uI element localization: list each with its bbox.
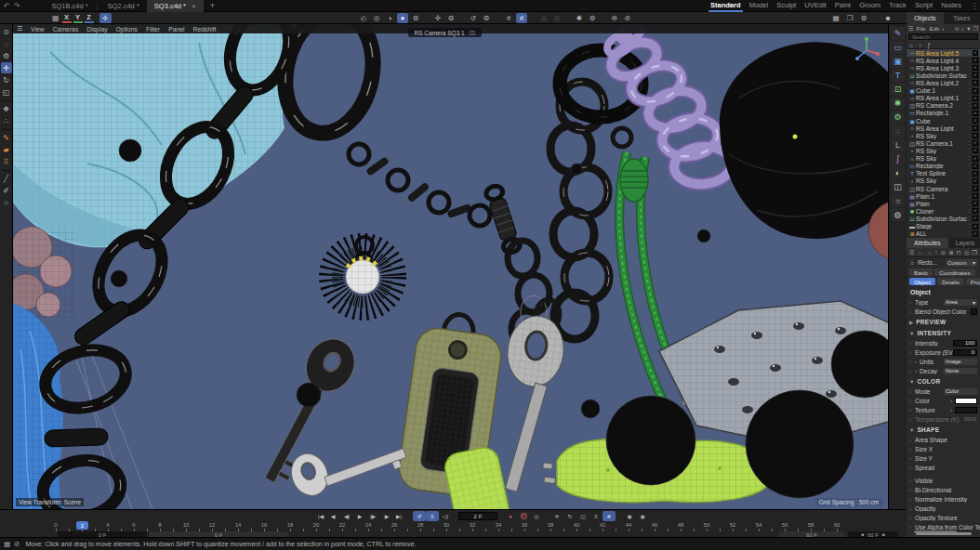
home-icon[interactable]: ⌂ xyxy=(909,42,913,48)
workspace-tab-nodes[interactable]: Nodes xyxy=(939,0,963,12)
visibility-dots[interactable]: ⁚ xyxy=(967,157,971,160)
enabled-checkbox[interactable]: ✓ xyxy=(973,186,978,191)
active-camera-label[interactable]: RS Camera SQ3 1 ◫ xyxy=(407,28,481,37)
visibility-dots[interactable]: ⁚ xyxy=(967,232,971,235)
object-list-item[interactable]: ▭Rectangle⁚✓ xyxy=(907,163,980,170)
next-key-button[interactable]: ·▶ xyxy=(379,511,392,521)
object-list-item[interactable]: ▣Cube⁚✓ xyxy=(907,117,980,124)
viewport-menu-panel[interactable]: Panel xyxy=(168,26,184,33)
disabled-a-icon[interactable]: ◎ xyxy=(538,13,550,23)
transform-tool-icon[interactable]: ❖ xyxy=(1,103,12,114)
enabled-checkbox[interactable]: ✓ xyxy=(973,193,978,199)
filter-icon[interactable]: ▼ xyxy=(966,26,972,32)
axis-z-button[interactable]: Z xyxy=(85,13,94,23)
checkbox[interactable] xyxy=(971,308,977,315)
visibility-dots[interactable]: ⁚ xyxy=(967,135,971,138)
object-list-item[interactable]: ☼RS Area Light.4⁚✓ xyxy=(907,57,980,64)
new-tab-button[interactable]: + xyxy=(204,1,221,10)
playhead[interactable]: 2 xyxy=(76,521,88,530)
visibility-dots[interactable]: ⁚ xyxy=(967,120,971,123)
spline-wrap-icon[interactable]: L xyxy=(891,138,905,151)
document-tab[interactable]: SQ2.c4d * xyxy=(100,0,147,12)
axis-lock-button[interactable]: ✣ xyxy=(99,13,112,23)
enabled-checkbox[interactable]: ✓ xyxy=(973,103,978,109)
cube-primitive-icon[interactable]: ▣ xyxy=(891,55,905,68)
enabled-checkbox[interactable]: ✓ xyxy=(973,156,978,162)
live-selection-icon[interactable]: ◌ xyxy=(1,38,12,49)
enabled-checkbox[interactable]: ✓ xyxy=(973,140,978,146)
history-icon[interactable]: ◴ xyxy=(358,13,369,23)
subdivision-surface-icon[interactable]: ⊡ xyxy=(891,83,905,96)
record-keyframe-button[interactable]: ● xyxy=(504,511,517,521)
polygon-mode-icon[interactable]: ▰ xyxy=(1,144,12,155)
visibility-dots[interactable]: ⁚ xyxy=(967,225,971,228)
search-input[interactable]: Search xyxy=(908,33,978,40)
spline-pen-icon[interactable]: ✎ xyxy=(1,132,12,143)
object-list-item[interactable]: ▣Cube.1⁚✓ xyxy=(907,87,980,95)
objects-menu-icon[interactable]: ☰ xyxy=(908,25,914,32)
value-dropdown[interactable]: Area▾ xyxy=(944,299,977,306)
visibility-dots[interactable]: ⁚ xyxy=(967,188,971,190)
play-button[interactable]: ▶ xyxy=(353,511,366,521)
search-icon[interactable]: ⊙ xyxy=(955,26,960,32)
simulate-icon[interactable]: ✣ xyxy=(432,13,444,23)
workspace-tab-script[interactable]: Script xyxy=(913,0,934,12)
enabled-checkbox[interactable]: ✓ xyxy=(973,125,978,131)
enabled-checkbox[interactable]: ✓ xyxy=(973,208,978,214)
workspace-tab-paint[interactable]: Paint xyxy=(833,0,853,12)
render-picture-viewer-icon[interactable]: ❐ xyxy=(844,13,855,23)
rectangle-spline-icon[interactable]: ▭ xyxy=(891,41,905,54)
enabled-checkbox[interactable]: ✓ xyxy=(973,80,978,85)
visibility-dots[interactable]: ⁚ xyxy=(967,150,971,152)
up-icon[interactable]: ↑ xyxy=(919,42,921,48)
key-view-button[interactable]: ≡ xyxy=(426,511,439,521)
filter-icon[interactable]: ≣ xyxy=(948,249,953,255)
value-field[interactable]: 100 xyxy=(953,340,977,347)
effects-settings-icon[interactable]: ⚙ xyxy=(587,13,598,23)
timeline-scrollbar[interactable] xyxy=(916,532,972,535)
object-list-item[interactable]: ▭Rectangle.1⁚✓ xyxy=(907,110,980,117)
loop-mode-button[interactable]: ↺ xyxy=(413,511,426,521)
visibility-dots[interactable]: ⁚ xyxy=(967,59,971,62)
goto-end-button[interactable]: ▶| xyxy=(392,511,405,521)
enabled-checkbox[interactable]: ✓ xyxy=(973,111,978,116)
viewport[interactable]: ☰ ViewCamerasDisplayOptionsFilterPanelRe… xyxy=(13,24,888,509)
value-field[interactable]: 0 xyxy=(953,349,977,356)
enabled-checkbox[interactable]: ✓ xyxy=(973,224,978,229)
forward-icon[interactable]: → xyxy=(926,249,932,255)
objects-menu-edit[interactable]: Edit xyxy=(930,25,940,32)
track-icon[interactable]: ◎ xyxy=(964,249,970,255)
knife-tool-icon[interactable]: ╱ xyxy=(1,173,12,184)
enabled-checkbox[interactable]: ✓ xyxy=(973,133,978,138)
workspace-tab-groom[interactable]: Groom xyxy=(857,0,882,12)
visibility-dots[interactable]: ⁚ xyxy=(967,89,971,92)
visibility-dots[interactable]: ⁚ xyxy=(967,104,971,107)
autokey-button[interactable]: A xyxy=(517,511,530,521)
simulate-settings-icon[interactable]: ⚙ xyxy=(445,13,457,23)
enabled-checkbox[interactable]: ✓ xyxy=(973,88,978,94)
visibility-dots[interactable]: ⁚ xyxy=(967,127,971,130)
object-list-item[interactable]: ♁RS Sky⁚✓ xyxy=(907,132,980,139)
color-swatch[interactable] xyxy=(955,398,977,404)
reset-icon[interactable]: ⊘ xyxy=(622,13,633,23)
undo-icon[interactable]: ↶ xyxy=(0,2,14,10)
lock-icon[interactable]: ⊓ xyxy=(957,249,961,255)
shading-sphere-icon[interactable]: ◑ xyxy=(384,13,395,23)
back-icon[interactable]: ← xyxy=(918,249,923,255)
workspace-tab-standard[interactable]: Standard xyxy=(709,0,743,12)
enabled-checkbox[interactable]: ✓ xyxy=(973,164,978,169)
search-icon[interactable]: ⊙ xyxy=(941,249,946,255)
enabled-checkbox[interactable]: ✓ xyxy=(973,231,978,237)
enabled-checkbox[interactable]: ✓ xyxy=(973,58,978,63)
object-list-item[interactable]: ☼RS Area Light.1⁚✓ xyxy=(907,95,980,102)
object-list-item[interactable]: ☼RS Area Light.3⁚✓ xyxy=(907,64,980,72)
value-dropdown[interactable]: Image xyxy=(944,359,977,365)
effects-icon[interactable]: ✺ xyxy=(574,13,585,23)
attr-chip-basic[interactable]: Basic xyxy=(909,268,933,276)
document-tab[interactable]: SQ3.c4d *× xyxy=(147,0,204,12)
record-parameter-button[interactable]: ≡ xyxy=(589,511,603,521)
attr-tab-attributes[interactable]: Attributes xyxy=(907,238,948,248)
record-position-button[interactable]: ✛ xyxy=(550,511,563,521)
attr-section-header[interactable]: ▼INTENSITY xyxy=(907,328,980,338)
filter-icon[interactable]: ƒ xyxy=(927,42,931,48)
